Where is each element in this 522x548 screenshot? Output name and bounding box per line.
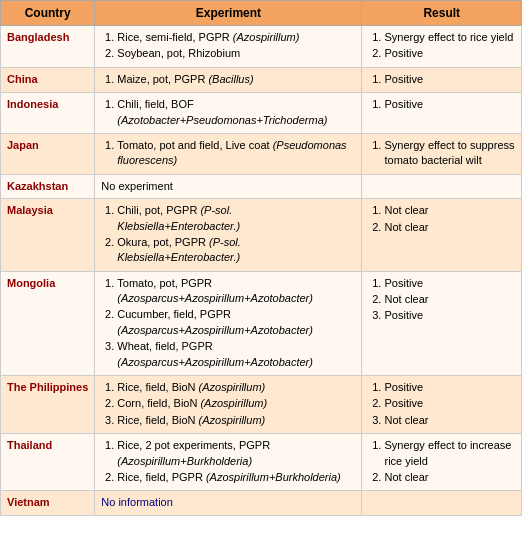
country-cell: Indonesia [1,93,95,134]
main-table: Country Experiment Result BangladeshRice… [0,0,522,516]
experiment-cell: Rice, field, BioN (Azospirillum)Corn, fi… [95,376,362,434]
table-row: ChinaMaize, pot, PGPR (Bacillus)Positive [1,67,522,92]
experiment-cell: No information [95,491,362,515]
table-row: MongoliaTomato, pot, PGPR (Azosparcus+Az… [1,271,522,375]
experiment-cell: Maize, pot, PGPR (Bacillus) [95,67,362,92]
experiment-cell: Chili, field, BOF (Azotobacter+Pseudomon… [95,93,362,134]
result-cell [362,491,522,515]
result-cell: Positive [362,67,522,92]
country-cell: China [1,67,95,92]
experiment-cell: Tomato, pot and field, Live coat (Pseudo… [95,133,362,174]
table-row: KazakhstanNo experiment [1,174,522,198]
country-cell: Mongolia [1,271,95,375]
experiment-cell: Tomato, pot, PGPR (Azosparcus+Azospirill… [95,271,362,375]
experiment-cell: Chili, pot, PGPR (P-sol. Klebsiella+Ente… [95,199,362,272]
table-row: BangladeshRice, semi-field, PGPR (Azospi… [1,26,522,68]
table-row: IndonesiaChili, field, BOF (Azotobacter+… [1,93,522,134]
table-row: JapanTomato, pot and field, Live coat (P… [1,133,522,174]
header-country: Country [1,1,95,26]
result-cell: Not clearNot clear [362,199,522,272]
result-cell: PositivePositiveNot clear [362,376,522,434]
result-cell: Positive [362,93,522,134]
experiment-cell: No experiment [95,174,362,198]
table-row: MalaysiaChili, pot, PGPR (P-sol. Klebsie… [1,199,522,272]
country-cell: Bangladesh [1,26,95,68]
result-cell: PositiveNot clearPositive [362,271,522,375]
result-cell: Synergy effect to increase rice yieldNot… [362,434,522,491]
table-row: VietnamNo information [1,491,522,515]
country-cell: The Philippines [1,376,95,434]
country-cell: Thailand [1,434,95,491]
experiment-cell: Rice, semi-field, PGPR (Azospirillum)Soy… [95,26,362,68]
table-row: The PhilippinesRice, field, BioN (Azospi… [1,376,522,434]
country-cell: Japan [1,133,95,174]
country-cell: Malaysia [1,199,95,272]
table-row: ThailandRice, 2 pot experiments, PGPR (A… [1,434,522,491]
result-cell: Synergy effect to rice yieldPositive [362,26,522,68]
experiment-cell: Rice, 2 pot experiments, PGPR (Azospiril… [95,434,362,491]
header-result: Result [362,1,522,26]
header-row: Country Experiment Result [1,1,522,26]
header-experiment: Experiment [95,1,362,26]
country-cell: Kazakhstan [1,174,95,198]
result-cell: Synergy effect to suppress tomato bacter… [362,133,522,174]
result-cell [362,174,522,198]
country-cell: Vietnam [1,491,95,515]
